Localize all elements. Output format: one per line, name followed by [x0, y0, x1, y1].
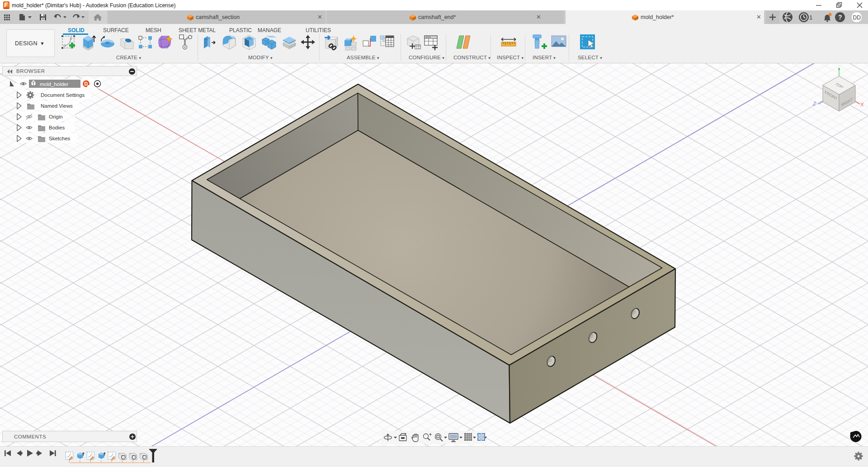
- svg-text:Z: Z: [812, 101, 816, 106]
- svg-text:?: ?: [838, 14, 842, 21]
- svg-text:X: X: [860, 102, 864, 107]
- svg-text:1: 1: [809, 14, 812, 21]
- svg-text:mold_holder: mold_holder: [40, 81, 68, 87]
- svg-text:DD: DD: [853, 14, 861, 21]
- svg-text:Named Views: Named Views: [41, 103, 73, 109]
- svg-text:Bodies: Bodies: [49, 125, 65, 130]
- svg-text:Origin: Origin: [49, 114, 63, 119]
- svg-text:Sketches: Sketches: [49, 136, 71, 141]
- svg-text:Document Settings: Document Settings: [41, 92, 85, 98]
